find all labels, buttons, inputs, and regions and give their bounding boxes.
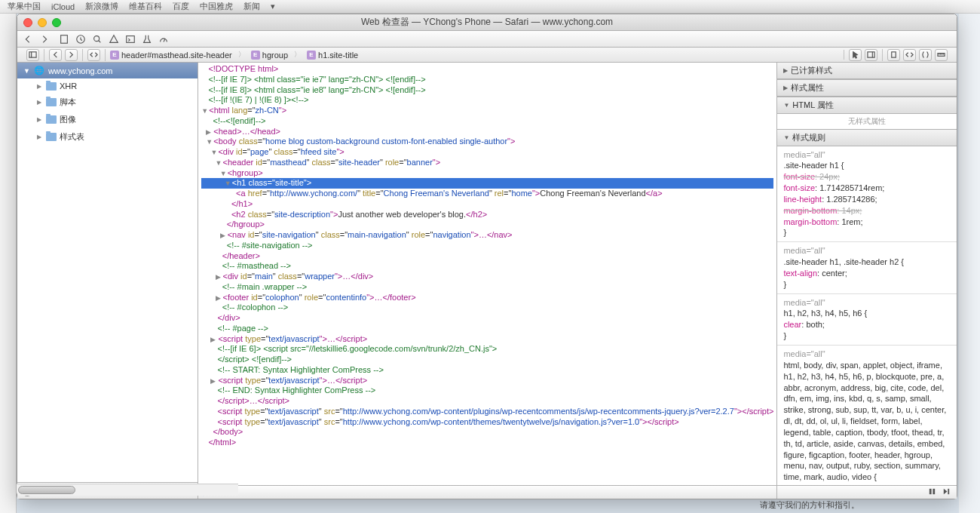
breadcrumb-bar: Eheader#masthead.site-header 〉 Ehgroup 〉… bbox=[17, 48, 957, 63]
nav-back-icon[interactable] bbox=[49, 49, 62, 61]
tab-item[interactable]: 新闻 bbox=[243, 1, 260, 12]
chevron-right-icon: 〉 bbox=[238, 50, 245, 60]
tab-item[interactable]: 维基百科 bbox=[129, 1, 162, 12]
panel-code-icon[interactable] bbox=[903, 49, 916, 61]
dom-tree[interactable]: <!DOCTYPE html> <!--[if IE 7]> <html cla… bbox=[198, 63, 776, 485]
svg-rect-14 bbox=[929, 489, 932, 494]
svg-rect-16 bbox=[948, 489, 949, 494]
svg-rect-6 bbox=[868, 52, 874, 57]
tree-folder[interactable]: ▶XHR bbox=[17, 78, 198, 94]
svg-rect-15 bbox=[933, 489, 935, 494]
svg-rect-0 bbox=[61, 35, 68, 43]
window-title: Web 检查器 — YChong's Phone — Safari — www.… bbox=[17, 16, 957, 29]
folder-icon bbox=[46, 133, 57, 141]
globe-icon: 🌐 bbox=[34, 66, 44, 75]
svg-rect-3 bbox=[127, 35, 135, 42]
console-icon[interactable] bbox=[124, 33, 136, 45]
disclosure-triangle-icon[interactable]: ▼ bbox=[23, 67, 30, 75]
rules-list[interactable]: media="all" .site-header h1 { font-size:… bbox=[777, 146, 957, 486]
clock-icon[interactable] bbox=[75, 33, 87, 45]
svg-point-2 bbox=[94, 35, 100, 41]
breadcrumb-item[interactable]: Ehgroup bbox=[251, 51, 288, 60]
tab-item[interactable]: 新浪微博 bbox=[85, 1, 118, 12]
no-attrs-label: 无样式属性 bbox=[777, 114, 957, 129]
panel-ruler-icon[interactable] bbox=[935, 49, 948, 61]
tab-item[interactable]: 百度 bbox=[173, 1, 189, 12]
bg-right-strip bbox=[959, 0, 980, 513]
page-footer-text: 请遵守我们的方针和指引。 bbox=[760, 499, 859, 511]
breadcrumb-item[interactable]: Eh1.site-title bbox=[307, 51, 358, 60]
selected-node[interactable]: ▼<h1 class="site-title"> bbox=[201, 178, 773, 189]
tab-item[interactable]: 中国雅虎 bbox=[200, 1, 233, 12]
folder-icon bbox=[46, 98, 57, 106]
pause-icon[interactable] bbox=[928, 487, 936, 497]
chevron-right-icon: 〉 bbox=[294, 50, 301, 60]
right-statusbar bbox=[777, 485, 957, 499]
tree-root[interactable]: ▼ 🌐 www.ychong.com bbox=[17, 63, 198, 78]
inspector-window: Web 检查器 — YChong's Phone — Safari — www.… bbox=[17, 14, 957, 499]
window-titlebar[interactable]: Web 检查器 — YChong's Phone — Safari — www.… bbox=[17, 14, 957, 31]
mid-footer: ▶ bbox=[198, 485, 776, 499]
section-rules[interactable]: ▼样式规则 bbox=[777, 130, 957, 146]
source-icon[interactable] bbox=[87, 49, 100, 61]
nav-forward-icon[interactable] bbox=[65, 49, 78, 61]
section-computed[interactable]: ▶已计算样式 bbox=[777, 63, 957, 79]
horizontal-scrollbar[interactable] bbox=[17, 484, 238, 496]
svg-rect-8 bbox=[892, 52, 896, 57]
gauge-icon[interactable] bbox=[158, 33, 170, 45]
section-attrs[interactable]: ▶样式属性 bbox=[777, 80, 957, 97]
tab-item[interactable]: iCloud bbox=[51, 2, 75, 11]
toggle-right-sidebar-icon[interactable] bbox=[865, 49, 877, 61]
panel-file-icon[interactable] bbox=[887, 49, 900, 61]
toggle-sidebar-icon[interactable] bbox=[26, 49, 39, 61]
tree-folder[interactable]: ▶图像 bbox=[17, 111, 198, 128]
bg-left-strip bbox=[0, 0, 17, 513]
styles-sidebar: ▶已计算样式 ▶样式属性 ▼HTML 属性 无样式属性 ▼样式规则 media=… bbox=[776, 63, 957, 499]
search-icon[interactable] bbox=[91, 33, 103, 45]
inspector-content: ▼ 🌐 www.ychong.com ▶XHR ▶脚本 ▶图像 ▶样式表 <!D… bbox=[17, 63, 957, 499]
tree-folder[interactable]: ▶脚本 bbox=[17, 94, 198, 111]
panel-braces-icon[interactable] bbox=[919, 49, 932, 61]
resources-sidebar: ▼ 🌐 www.ychong.com ▶XHR ▶脚本 ▶图像 ▶样式表 bbox=[17, 63, 198, 499]
back-icon[interactable] bbox=[22, 33, 34, 45]
root-label: www.ychong.com bbox=[48, 66, 113, 75]
pointer-icon[interactable] bbox=[849, 49, 862, 61]
tree-folder[interactable]: ▶样式表 bbox=[17, 128, 198, 146]
forward-icon[interactable] bbox=[38, 33, 51, 45]
browser-tab-bar: 苹果中国 iCloud 新浪微博 维基百科 百度 中国雅虎 新闻 ▾ bbox=[0, 0, 980, 14]
svg-rect-4 bbox=[29, 52, 36, 57]
folder-icon bbox=[46, 115, 57, 124]
breadcrumb-item[interactable]: Eheader#masthead.site-header bbox=[110, 51, 232, 60]
folder-icon bbox=[46, 82, 57, 91]
scrollbar-thumb[interactable] bbox=[18, 486, 75, 494]
step-icon[interactable] bbox=[942, 487, 951, 497]
inspector-toolbar bbox=[17, 31, 957, 48]
flask-icon[interactable] bbox=[141, 33, 153, 45]
warning-icon[interactable] bbox=[108, 33, 120, 45]
tab-dropdown-icon[interactable]: ▾ bbox=[271, 2, 275, 11]
file-icon[interactable] bbox=[58, 33, 70, 45]
section-html[interactable]: ▼HTML 属性 bbox=[777, 97, 957, 114]
tab-item[interactable]: 苹果中国 bbox=[8, 1, 41, 12]
